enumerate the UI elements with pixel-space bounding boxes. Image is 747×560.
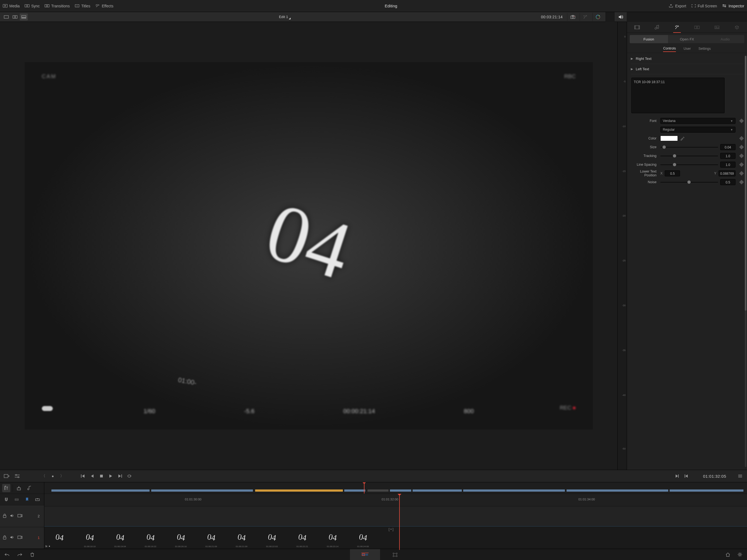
prev-edit-button[interactable] [682, 472, 690, 480]
page-cut-button[interactable] [350, 549, 380, 560]
tab-audio[interactable]: Audio [706, 35, 744, 43]
titles-button[interactable]: T Titles [75, 4, 90, 8]
marker-tool-button[interactable] [23, 495, 31, 504]
mute-button[interactable] [615, 12, 627, 22]
tracking-value[interactable]: 1.0 [720, 153, 736, 159]
keyframe-diamond-icon[interactable] [739, 145, 744, 150]
home-button[interactable] [724, 551, 732, 558]
prev-marker-button[interactable]: 〈 [40, 472, 48, 480]
record-button[interactable]: ● [49, 472, 57, 480]
viewer-panel[interactable]: CAM RBC 04 01:00- . 1/60 -5.6 00:00:21:1… [0, 22, 617, 470]
viewer-title[interactable]: Edit 1◢ [29, 15, 539, 19]
eyedropper-icon[interactable] [680, 136, 685, 141]
transitions-button[interactable]: Transitions [45, 4, 70, 8]
loop-button[interactable] [125, 472, 133, 480]
inspector-body[interactable]: ▶ Right Text ▶ Left Text Font Verdana▼ [627, 53, 747, 470]
clip-thumbnail[interactable]: 0401:00:18:10 [75, 526, 105, 548]
lock-icon[interactable] [3, 535, 6, 540]
play-button[interactable] [107, 472, 115, 480]
tab-video-icon[interactable] [631, 24, 643, 31]
step-back-button[interactable] [88, 472, 96, 480]
track-v2[interactable] [44, 506, 747, 526]
settings-button[interactable] [736, 551, 744, 558]
effects-button[interactable]: Effects [95, 4, 113, 8]
clip-thumbnail[interactable]: 0401:00:19:22 [135, 526, 166, 548]
link-tool-button[interactable] [12, 495, 21, 504]
speaker-icon[interactable] [10, 514, 14, 518]
clip-thumbnail[interactable]: 0401:00:20:16 [166, 526, 196, 548]
font-style-dropdown[interactable]: Regular▼ [660, 127, 736, 133]
track-v1-header[interactable]: 1 [0, 527, 44, 549]
view-mode-2-button[interactable] [11, 14, 19, 21]
media-button[interactable]: Media [3, 4, 20, 8]
tab-3d-icon[interactable] [731, 24, 743, 31]
minimap-playhead[interactable] [364, 482, 364, 493]
font-dropdown[interactable]: Verdana▼ [660, 118, 736, 124]
tab-image-icon[interactable] [711, 24, 723, 31]
flag-tool-button[interactable] [33, 495, 42, 504]
subtab-user[interactable]: User [684, 47, 691, 52]
redo-button[interactable] [16, 551, 24, 558]
export-button[interactable]: Export [669, 4, 686, 8]
timeline-minimap[interactable] [44, 482, 747, 494]
clip-thumbnail[interactable]: 0401:00:22:03 [257, 526, 287, 548]
lowerpos-x-value[interactable]: 0.5 [665, 170, 680, 176]
view-mode-3-button[interactable] [20, 14, 28, 21]
lock-icon[interactable] [3, 513, 6, 519]
timeline-sliders-button[interactable] [13, 472, 21, 480]
fullscreen-button[interactable]: Full Screen [691, 4, 717, 8]
keyframe-diamond-icon[interactable] [739, 136, 744, 141]
tab-audio-icon[interactable] [651, 24, 663, 31]
audio-tool-button[interactable] [25, 484, 34, 492]
inspector-button[interactable]: Inspector [722, 4, 744, 8]
keyframe-diamond-icon[interactable] [739, 119, 744, 123]
keyframe-diamond-icon[interactable] [739, 180, 744, 184]
timeline-playhead[interactable] [399, 494, 400, 550]
page-edit-button[interactable] [380, 549, 410, 560]
track-v1[interactable]: 04fx✦0401:00:18:100401:00:19:040401:00:1… [44, 526, 747, 549]
clip-thumbnail[interactable]: 0401:00:19:04 [105, 526, 135, 548]
tab-effects-icon[interactable] [671, 24, 683, 31]
subtab-controls[interactable]: Controls [663, 47, 676, 52]
timeline-ruler[interactable]: 01:01:30:00 01:01:32:00 01:01:34:00 [44, 494, 747, 506]
insert-tool-button[interactable] [15, 484, 23, 492]
viewer-timecode[interactable]: 00:03:21:14 [541, 15, 565, 19]
snap-button[interactable] [2, 495, 10, 504]
bypass-fx-button[interactable] [579, 13, 591, 21]
noise-slider[interactable] [660, 182, 718, 183]
next-marker-button[interactable]: 〉 [58, 472, 66, 480]
inspector-scrollbar[interactable] [745, 56, 746, 467]
delete-button[interactable] [28, 551, 36, 558]
tab-transition-icon[interactable] [691, 24, 703, 31]
tab-openfx[interactable]: Open FX [668, 35, 706, 43]
color-swatch[interactable] [660, 136, 678, 141]
last-frame-button[interactable] [116, 472, 124, 480]
clip-thumbnail[interactable]: 0401:00:21:09 [226, 526, 257, 548]
first-frame-button[interactable] [79, 472, 87, 480]
clip-thumbnail[interactable]: 0401:00:23:14 [317, 526, 348, 548]
undo-button[interactable] [3, 551, 11, 558]
clip-thumbnail[interactable]: 0401:00:24:08 [348, 526, 378, 548]
section-right-text[interactable]: ▶ Right Text [631, 54, 743, 64]
lowerpos-y-value[interactable]: 0.088769 [719, 170, 736, 176]
linespacing-slider[interactable] [660, 164, 718, 165]
speaker-icon[interactable] [10, 535, 14, 540]
selection-tool-button[interactable] [2, 484, 10, 492]
transport-timecode[interactable]: 01:01:32:05 [703, 474, 726, 479]
size-slider[interactable] [660, 147, 718, 148]
clip-thumbnail[interactable]: 0401:00:22:21 [287, 526, 317, 548]
track-v2-header[interactable]: 2 [0, 505, 44, 527]
next-edit-button[interactable] [673, 472, 681, 480]
view-mode-1-button[interactable] [2, 14, 10, 21]
keyframe-diamond-icon[interactable] [739, 154, 744, 158]
subtab-settings[interactable]: Settings [698, 47, 711, 52]
video-icon[interactable] [18, 514, 22, 518]
tab-fusion[interactable]: Fusion [630, 35, 668, 43]
timeline-options-button[interactable] [3, 472, 11, 480]
stop-button[interactable] [97, 472, 106, 480]
sync-button[interactable]: Sync [25, 4, 40, 8]
clip-thumbnail[interactable]: 0401:00:21:09 [196, 526, 226, 548]
keyframe-diamond-icon[interactable] [739, 162, 744, 167]
transport-menu-button[interactable] [736, 472, 744, 480]
snapshot-button[interactable] [567, 13, 578, 21]
